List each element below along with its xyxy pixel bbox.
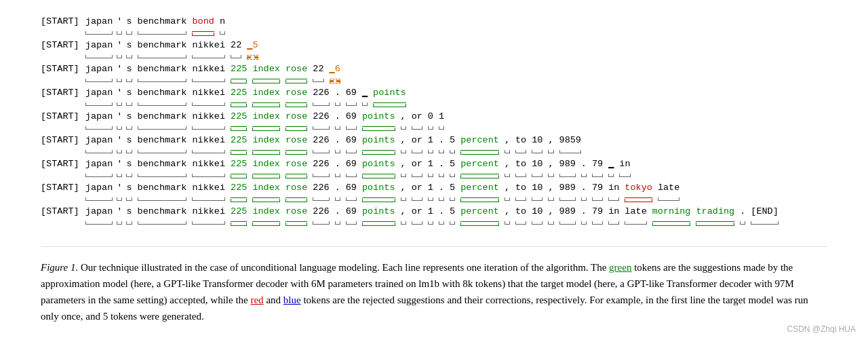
line-5: [START] japan ' s benchmark nikkei 225 i… (41, 109, 827, 131)
blue-label: blue (283, 294, 301, 305)
line-2: [START] japan ' s benchmark nikkei 22 ▁5 (41, 37, 827, 60)
green-label: green (609, 262, 631, 273)
line-1: [START] japan ' s benchmark bond n (41, 14, 827, 36)
red-label: red (250, 294, 263, 305)
watermark: CSDN @Zhqi HUA (787, 324, 856, 334)
figure-caption: Figure 1. Our technique illustrated in t… (41, 259, 827, 324)
line-6: [START] japan ' s benchmark nikkei 225 i… (41, 132, 827, 155)
start-token: [START] (41, 14, 85, 31)
line-3: [START] japan ' s benchmark nikkei 225 i… (41, 61, 827, 83)
line-7: [START] japan ' s benchmark nikkei 225 i… (41, 156, 827, 178)
line-8: [START] japan ' s benchmark nikkei 225 i… (41, 180, 827, 202)
caption-text: Our technique illustrated in the case of… (41, 262, 808, 322)
line-4: [START] japan ' s benchmark nikkei 225 i… (41, 85, 827, 107)
code-display: [START] japan ' s benchmark bond n [STAR… (41, 14, 827, 226)
figure-label: Figure 1. (41, 262, 78, 273)
line-9: [START] japan ' s benchmark nikkei 225 i… (41, 204, 827, 226)
